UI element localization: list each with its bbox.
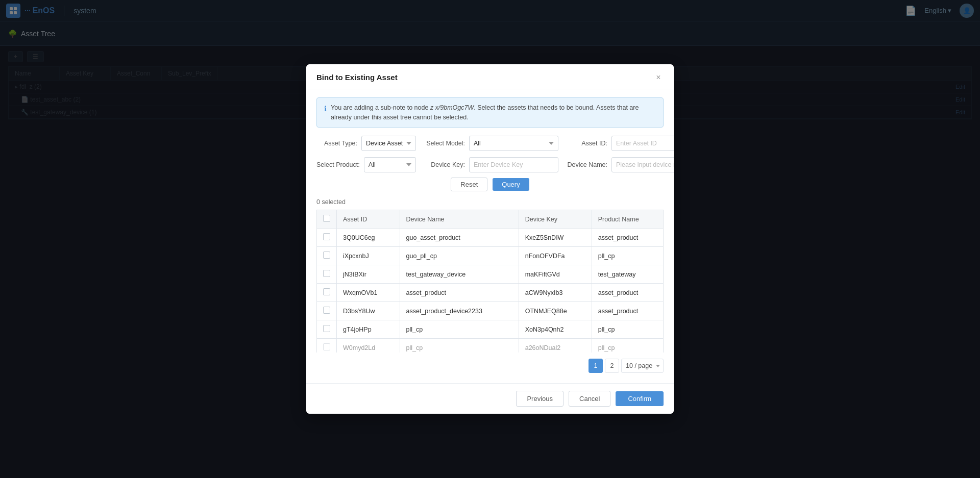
table-row[interactable]: iXpcxnbJ guo_pll_cp nFonOFVDFa pll_cp	[317, 247, 664, 265]
table-row[interactable]: W0myd2Ld pll_cp a26oNDual2 pll_cp	[317, 339, 664, 353]
col-header-device-name: Device Name	[400, 210, 519, 229]
dialog-title: Bind to Existing Asset	[316, 73, 398, 82]
dialog-footer: Previous Cancel Confirm	[306, 383, 674, 414]
pagination: 1 2 10 / page 20 / page 50 / page	[316, 353, 664, 375]
table-header-row: Asset ID Device Name Device Key Product …	[317, 210, 664, 229]
device-key-input[interactable]	[469, 157, 558, 172]
row-product-name: asset_product	[592, 302, 663, 320]
table-row[interactable]: D3bsY8Uw asset_product_device2233 OTNMJE…	[317, 302, 664, 320]
row-asset-id: gT4joHPp	[337, 320, 400, 339]
row-device-key: KxeZ5SnDIW	[519, 229, 592, 247]
query-button[interactable]: Query	[493, 178, 529, 191]
asset-type-filter: Asset Type: Device Asset	[316, 136, 416, 151]
filter-actions: Reset Query	[316, 178, 664, 191]
row-checkbox[interactable]	[323, 343, 330, 350]
device-name-filter: Device Name:	[567, 157, 674, 172]
select-model-label: Select Model:	[424, 140, 465, 147]
row-checkbox-cell[interactable]	[317, 339, 337, 353]
row-checkbox-cell[interactable]	[317, 302, 337, 320]
row-checkbox[interactable]	[323, 325, 330, 332]
page-2-button[interactable]: 2	[605, 359, 619, 373]
row-asset-id: iXpcxnbJ	[337, 247, 400, 265]
row-asset-id: jN3tBXir	[337, 265, 400, 284]
select-model-select[interactable]: All	[469, 136, 558, 151]
row-product-name: asset_product	[592, 229, 663, 247]
row-device-name: pll_cp	[400, 320, 519, 339]
asset-type-label: Asset Type:	[316, 140, 357, 147]
asset-type-select[interactable]: Device Asset	[361, 136, 416, 151]
row-device-key: XoN3p4Qnh2	[519, 320, 592, 339]
row-checkbox-cell[interactable]	[317, 247, 337, 265]
row-checkbox-cell[interactable]	[317, 265, 337, 284]
select-product-label: Select Product:	[316, 161, 360, 168]
select-all-checkbox[interactable]	[323, 215, 330, 222]
row-device-name: guo_pll_cp	[400, 247, 519, 265]
selected-count: 0 selected	[316, 198, 664, 206]
dialog-body: ℹ You are adding a sub-note to node z x/…	[306, 89, 674, 384]
row-device-name: asset_product	[400, 284, 519, 302]
page-1-button[interactable]: 1	[589, 359, 603, 373]
page-size-select[interactable]: 10 / page 20 / page 50 / page	[621, 359, 664, 373]
row-product-name: pll_cp	[592, 247, 663, 265]
asset-id-label: Asset ID:	[567, 140, 607, 147]
table-row[interactable]: gT4joHPp pll_cp XoN3p4Qnh2 pll_cp	[317, 320, 664, 339]
row-checkbox[interactable]	[323, 251, 330, 259]
info-banner: ℹ You are adding a sub-note to node z x/…	[316, 97, 664, 128]
row-device-name: guo_asset_product	[400, 229, 519, 247]
row-device-key: a26oNDual2	[519, 339, 592, 353]
row-product-name: asset_product	[592, 284, 663, 302]
filter-grid: Asset Type: Device Asset Select Model: A…	[316, 136, 664, 172]
table-row[interactable]: jN3tBXir test_gateway_device maKFiftGVd …	[317, 265, 664, 284]
select-product-filter: Select Product: All	[316, 157, 416, 172]
row-device-key: nFonOFVDFa	[519, 247, 592, 265]
row-device-name: pll_cp	[400, 339, 519, 353]
dialog-header: Bind to Existing Asset ×	[306, 64, 674, 89]
col-header-checkbox	[317, 210, 337, 229]
select-model-filter: Select Model: All	[424, 136, 558, 151]
col-header-asset-id: Asset ID	[337, 210, 400, 229]
info-text: You are adding a sub-note to node z x/9b…	[331, 103, 656, 122]
row-device-name: asset_product_device2233	[400, 302, 519, 320]
previous-button[interactable]: Previous	[516, 391, 564, 407]
asset-id-filter: Asset ID:	[567, 136, 674, 151]
cancel-button[interactable]: Cancel	[569, 391, 610, 407]
device-name-label: Device Name:	[567, 161, 607, 168]
col-header-product-name: Product Name	[592, 210, 663, 229]
row-product-name: pll_cp	[592, 339, 663, 353]
data-table-wrapper[interactable]: Asset ID Device Name Device Key Product …	[316, 210, 664, 353]
row-asset-id: WxqmOVb1	[337, 284, 400, 302]
assets-table: Asset ID Device Name Device Key Product …	[316, 210, 664, 353]
row-asset-id: W0myd2Ld	[337, 339, 400, 353]
table-body: 3Q0UC6eg guo_asset_product KxeZ5SnDIW as…	[317, 229, 664, 353]
table-row[interactable]: WxqmOVb1 asset_product aCW9NyxIb3 asset_…	[317, 284, 664, 302]
reset-button[interactable]: Reset	[451, 178, 487, 191]
confirm-button[interactable]: Confirm	[616, 391, 664, 406]
device-key-label: Device Key:	[424, 161, 465, 168]
table-row[interactable]: 3Q0UC6eg guo_asset_product KxeZ5SnDIW as…	[317, 229, 664, 247]
bind-to-existing-asset-dialog: Bind to Existing Asset × ℹ You are addin…	[306, 64, 674, 414]
row-checkbox-cell[interactable]	[317, 320, 337, 339]
row-device-key: maKFiftGVd	[519, 265, 592, 284]
device-key-filter: Device Key:	[424, 157, 558, 172]
row-device-key: aCW9NyxIb3	[519, 284, 592, 302]
info-node: z x/9bmOgc7W	[430, 104, 474, 111]
row-checkbox[interactable]	[323, 288, 330, 295]
asset-id-input[interactable]	[611, 136, 674, 151]
row-product-name: pll_cp	[592, 320, 663, 339]
row-product-name: test_gateway	[592, 265, 663, 284]
dialog-overlay: Bind to Existing Asset × ℹ You are addin…	[0, 46, 980, 478]
row-checkbox-cell[interactable]	[317, 284, 337, 302]
row-asset-id: 3Q0UC6eg	[337, 229, 400, 247]
row-checkbox[interactable]	[323, 270, 330, 277]
row-checkbox[interactable]	[323, 307, 330, 314]
row-device-key: OTNMJEQ88e	[519, 302, 592, 320]
col-header-device-key: Device Key	[519, 210, 592, 229]
main-background: + ☰ Name Asset Key Asset_Conn Sub_Lev_Pr…	[0, 46, 980, 478]
row-asset-id: D3bsY8Uw	[337, 302, 400, 320]
row-checkbox-cell[interactable]	[317, 229, 337, 247]
row-checkbox[interactable]	[323, 233, 330, 240]
row-device-name: test_gateway_device	[400, 265, 519, 284]
device-name-input[interactable]	[611, 157, 674, 172]
select-product-select[interactable]: All	[364, 157, 416, 172]
dialog-close-button[interactable]: ×	[653, 72, 664, 83]
